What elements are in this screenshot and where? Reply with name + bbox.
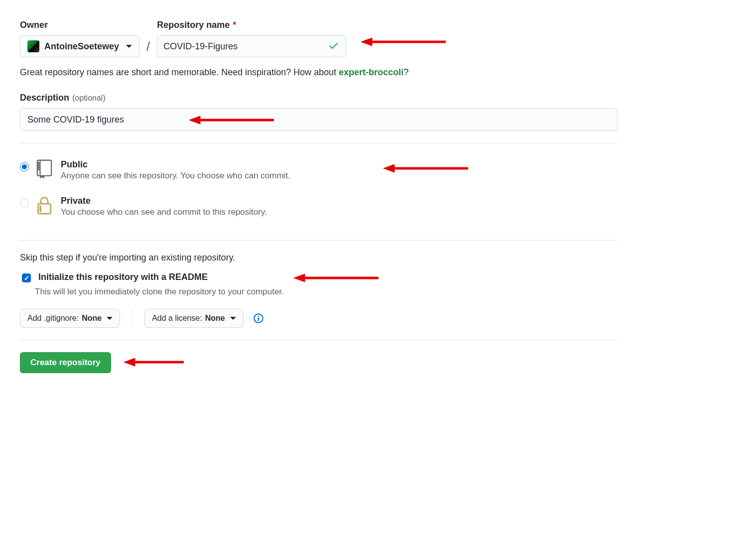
divider — [20, 340, 618, 340]
annotation-arrow — [124, 356, 184, 370]
name-suggestion-link[interactable]: expert-broccoli — [339, 67, 403, 77]
readme-label: Initialize this repository with a README — [38, 272, 208, 282]
readme-sublabel: This will let you immediately clone the … — [35, 287, 618, 297]
owner-select-button[interactable]: AntoineSoetewey — [20, 35, 139, 57]
slash-separator: / — [139, 35, 157, 57]
readme-checkbox[interactable] — [22, 273, 31, 282]
annotation-arrow — [361, 36, 446, 49]
svg-point-14 — [40, 208, 41, 209]
public-radio[interactable] — [20, 162, 29, 171]
check-icon — [328, 40, 339, 53]
svg-marker-22 — [124, 358, 135, 366]
repo-icon — [36, 159, 54, 181]
divider — [20, 143, 618, 143]
svg-point-6 — [38, 162, 39, 163]
svg-marker-1 — [361, 38, 372, 46]
avatar — [27, 40, 39, 52]
description-label: Description (optional) — [20, 93, 618, 103]
svg-point-15 — [40, 210, 41, 211]
create-repository-button[interactable]: Create repository — [20, 352, 111, 373]
annotation-arrow — [189, 114, 274, 128]
public-title: Public — [61, 159, 290, 170]
svg-point-20 — [257, 315, 259, 317]
svg-point-7 — [38, 165, 39, 166]
owner-name: AntoineSoetewey — [44, 41, 119, 52]
svg-point-8 — [38, 167, 39, 168]
repo-name-hint: Great repository names are short and mem… — [20, 67, 618, 78]
svg-point-9 — [38, 169, 39, 170]
gitignore-select-button[interactable]: Add .gitignore: None — [20, 309, 120, 328]
svg-marker-3 — [189, 116, 200, 124]
description-input[interactable] — [20, 108, 618, 131]
license-select-button[interactable]: Add a license: None — [144, 309, 244, 328]
private-subtitle: You choose who can see and commit to thi… — [61, 207, 267, 217]
visibility-private-option[interactable]: Private You choose who can see and commi… — [20, 192, 618, 228]
required-asterisk: * — [233, 20, 236, 30]
skip-note: Skip this step if you're importing an ex… — [20, 253, 618, 263]
lock-icon — [36, 196, 54, 216]
repo-name-label: Repository name * — [157, 20, 346, 30]
owner-label: Owner — [20, 20, 139, 30]
annotation-arrow — [294, 272, 378, 285]
chevron-down-icon — [107, 317, 113, 320]
private-title: Private — [61, 196, 267, 206]
svg-point-13 — [40, 206, 41, 207]
divider — [20, 240, 618, 241]
chevron-down-icon — [126, 45, 132, 48]
private-radio[interactable] — [20, 199, 29, 208]
svg-marker-11 — [383, 164, 394, 172]
divider — [132, 309, 132, 327]
repo-name-input[interactable] — [157, 35, 346, 57]
svg-marker-17 — [294, 274, 305, 282]
visibility-public-option[interactable]: Public Anyone can see this repository. Y… — [20, 155, 618, 192]
info-icon[interactable] — [253, 313, 263, 323]
chevron-down-icon — [230, 317, 236, 320]
annotation-arrow — [383, 162, 468, 176]
public-subtitle: Anyone can see this repository. You choo… — [61, 171, 290, 181]
